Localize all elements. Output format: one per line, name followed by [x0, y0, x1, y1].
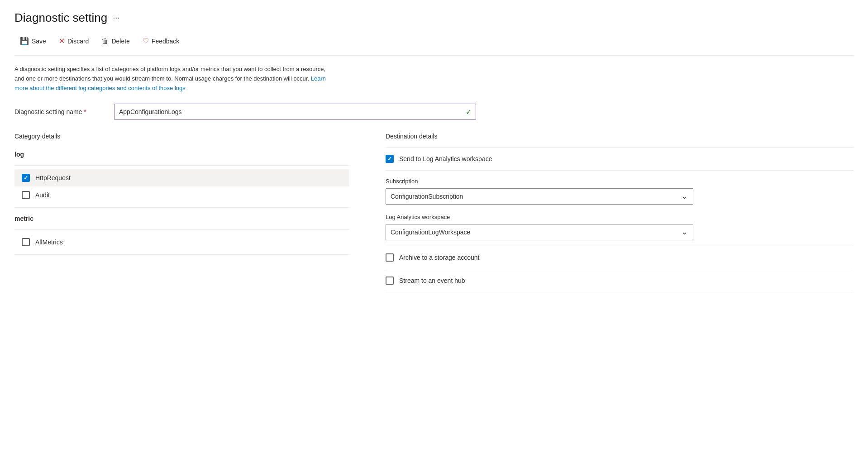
httprequest-checkbox[interactable] — [22, 174, 30, 182]
category-item-httprequest[interactable]: HttpRequest — [14, 169, 349, 186]
stream-event-hub-label: Stream to an event hub — [399, 277, 465, 284]
log-analytics-workspace-section: Log Analytics workspace ConfigurationLog… — [386, 208, 854, 244]
stream-bottom-divider — [386, 292, 854, 292]
log-metric-divider — [14, 207, 349, 208]
page-title: Diagnostic setting ··· — [14, 11, 854, 25]
setting-name-input[interactable] — [114, 104, 476, 120]
stream-event-hub-checkbox[interactable] — [386, 277, 394, 285]
metrics-bottom-divider — [14, 254, 349, 255]
send-to-log-analytics-label: Send to Log Analytics workspace — [399, 155, 492, 162]
subscription-label: Subscription — [386, 178, 854, 185]
destination-details-panel: Destination details Send to Log Analytic… — [386, 133, 854, 294]
dest-top-divider — [386, 147, 854, 148]
feedback-icon: ♡ — [143, 37, 149, 45]
save-button[interactable]: 💾 Save — [14, 34, 52, 48]
discard-icon: ✕ — [59, 37, 65, 45]
metric-group-label: metric — [14, 211, 349, 226]
allmetrics-checkbox[interactable] — [22, 238, 30, 246]
main-content: Category details log HttpRequest Audit m… — [14, 133, 854, 294]
log-group-divider — [14, 165, 349, 166]
log-analytics-divider-1 — [386, 170, 854, 171]
description-text: A diagnostic setting specifies a list of… — [14, 65, 331, 93]
subscription-select[interactable]: ConfigurationSubscription — [386, 188, 693, 205]
category-item-allmetrics[interactable]: AllMetrics — [14, 234, 349, 251]
subscription-select-wrapper: ConfigurationSubscription — [386, 188, 693, 205]
allmetrics-label: AllMetrics — [35, 239, 63, 246]
audit-checkbox[interactable] — [22, 191, 30, 199]
log-analytics-workspace-label: Log Analytics workspace — [386, 214, 854, 220]
log-group-label: log — [14, 147, 349, 162]
archive-storage-label: Archive to a storage account — [399, 254, 479, 261]
log-category-section: log HttpRequest Audit metric AllMetrics — [14, 147, 349, 255]
metric-group-divider — [14, 229, 349, 230]
setting-name-row: Diagnostic setting name * ✓ — [14, 104, 854, 120]
delete-icon: 🗑 — [101, 37, 109, 45]
category-details-panel: Category details log HttpRequest Audit m… — [14, 133, 349, 258]
subscription-section: Subscription ConfigurationSubscription — [386, 172, 854, 208]
feedback-button[interactable]: ♡ Feedback — [137, 34, 185, 48]
required-indicator: * — [84, 108, 86, 115]
archive-divider — [386, 246, 854, 246]
category-details-header: Category details — [14, 133, 349, 140]
stream-event-hub-item[interactable]: Stream to an event hub — [386, 271, 854, 290]
discard-button[interactable]: ✕ Discard — [53, 34, 94, 48]
setting-name-label: Diagnostic setting name * — [14, 108, 114, 115]
delete-button[interactable]: 🗑 Delete — [96, 34, 135, 48]
archive-storage-checkbox[interactable] — [386, 253, 394, 262]
log-analytics-workspace-select[interactable]: ConfigurationLogWorkspace — [386, 224, 693, 240]
save-icon: 💾 — [20, 37, 29, 45]
stream-divider — [386, 269, 854, 269]
send-to-log-analytics-checkbox[interactable] — [386, 155, 394, 163]
log-analytics-workspace-select-wrapper: ConfigurationLogWorkspace — [386, 224, 693, 240]
send-to-log-analytics-item[interactable]: Send to Log Analytics workspace — [386, 149, 854, 168]
toolbar: 💾 Save ✕ Discard 🗑 Delete ♡ Feedback — [14, 34, 854, 56]
page-options-menu[interactable]: ··· — [113, 13, 119, 23]
destination-details-header: Destination details — [386, 133, 854, 140]
category-item-audit[interactable]: Audit — [14, 186, 349, 204]
input-valid-icon: ✓ — [466, 108, 472, 116]
httprequest-label: HttpRequest — [35, 174, 71, 181]
audit-label: Audit — [35, 191, 50, 199]
setting-name-input-wrapper: ✓ — [114, 104, 476, 120]
archive-storage-item[interactable]: Archive to a storage account — [386, 248, 854, 267]
